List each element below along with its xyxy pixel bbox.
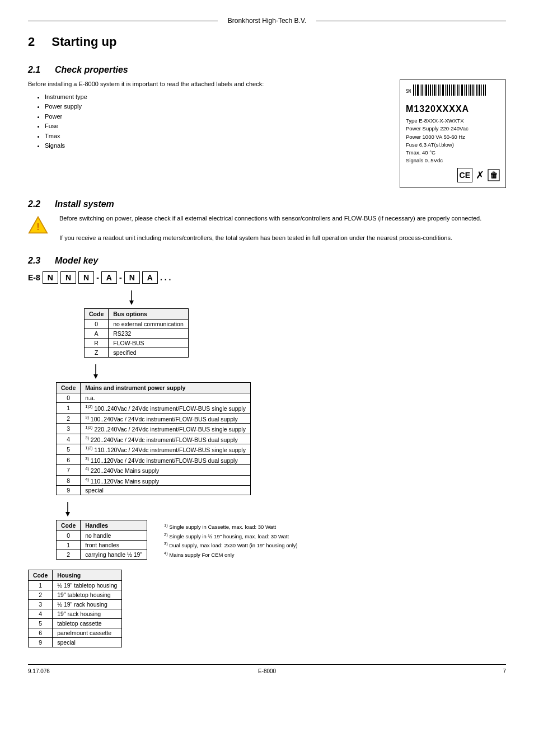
barcode-svg — [413, 84, 486, 97]
label-line2: Power Supply 220-240Vac — [406, 125, 500, 133]
power-code-7: 7 — [57, 465, 81, 476]
install-para2: If you receive a readout unit including … — [59, 233, 506, 243]
section21-title: Check properties — [55, 65, 128, 75]
power-code-8: 8 — [57, 475, 81, 486]
power-opt-4: 3) 220..240Vac / 24Vdc instrument/FLOW-B… — [81, 434, 251, 444]
svg-rect-9 — [432, 84, 433, 96]
housing-opt-1: ½ 19" tabletop housing — [53, 581, 122, 590]
sn-prefix: SN — [406, 88, 411, 96]
mk-box-n3: N — [78, 271, 94, 284]
install-section: ! Before switching on power, please chec… — [28, 214, 506, 246]
mk-box-a2: A — [142, 271, 158, 284]
housing-code-1: 1 — [29, 581, 53, 590]
label-line1: Type E-8XXX-X-XWXTX — [406, 117, 500, 125]
label-line3: Power 1000 VA 50-60 Hz — [406, 133, 500, 141]
header-line-right — [316, 21, 506, 21]
power-row-9: 9 special — [57, 486, 251, 495]
power-opt-5: 1)2) 110..120Vac / 24Vdc instrument/FLOW… — [81, 444, 251, 455]
section2-title: Starting up — [51, 35, 116, 49]
power-code-3: 3 — [57, 424, 81, 434]
bus-opt-z: specified — [109, 348, 188, 358]
power-supply-header: Mains and instrument power supply — [81, 383, 251, 393]
power-row-1: 1 1)2) 100..240Vac / 24Vdc instrument/FL… — [57, 403, 251, 414]
weee-mark: ✗ — [476, 167, 484, 184]
handles-opt-1: front handles — [81, 541, 147, 550]
footer: 9.17.076 E-8000 7 — [28, 664, 506, 674]
housing-table: Code Housing 1 ½ 19" tabletop housing 2 … — [28, 570, 122, 647]
model-e8-prefix: E-8 — [28, 273, 40, 282]
section22-header: 2.2 Install system — [28, 199, 506, 209]
power-opt-1: 1)2) 100..240Vac / 24Vdc instrument/FLOW… — [81, 403, 251, 414]
power-opt-0: n.a. — [81, 393, 251, 403]
mk-box-n1: N — [43, 271, 58, 284]
svg-rect-23 — [461, 84, 463, 96]
housing-row-6: 6 panelmount cassette — [29, 628, 122, 638]
header-line-left — [28, 21, 218, 21]
section21-number: 2.1 — [28, 65, 46, 75]
product-label: SN — [400, 79, 506, 188]
power-opt-8: 4) 110..120Vac Mains supply — [81, 475, 251, 486]
svg-marker-44 — [65, 512, 70, 516]
bus-row-a: A RS232 — [85, 329, 189, 339]
power-opt-2: 3) 100..240Vac / 24Vdc instrument/FLOW-B… — [81, 413, 251, 424]
housing-row-3: 3 ½ 19" rack housing — [29, 600, 122, 609]
label-line4: Fuse 6,3 AT(sl.blow) — [406, 141, 500, 149]
barcode-area: SN — [406, 84, 500, 100]
housing-table-wrap: Code Housing 1 ½ 19" tabletop housing 2 … — [28, 570, 506, 647]
label-model: M1320XXXXA — [406, 102, 500, 116]
mk-dash2: - — [119, 273, 122, 282]
handles-row-2: 2 carrying handle ½ 19" — [57, 550, 147, 560]
svg-rect-12 — [438, 84, 439, 96]
bus-opt-a: RS232 — [109, 329, 188, 339]
section22-number: 2.2 — [28, 199, 46, 209]
svg-rect-5 — [424, 84, 424, 96]
svg-rect-28 — [472, 84, 474, 96]
bullet-power-supply: Power supply — [45, 102, 383, 112]
housing-opt-3: ½ 19" rack housing — [53, 600, 122, 609]
arrow-down-icon2 — [92, 364, 100, 380]
power-row-2: 2 3) 100..240Vac / 24Vdc instrument/FLOW… — [57, 413, 251, 424]
svg-rect-21 — [457, 84, 458, 96]
bus-code-z: Z — [85, 348, 109, 358]
housing-row-4: 4 19" rack housing — [29, 609, 122, 619]
handles-code-1: 1 — [57, 541, 81, 550]
power-row-0: 0 n.a. — [57, 393, 251, 403]
handles-opt-0: no handle — [81, 531, 147, 541]
handles-table: Code Handles 0 no handle 1 front h — [56, 520, 147, 560]
bus-row-r: R FLOW-BUS — [85, 339, 189, 348]
bus-row-0: 0 no external communication — [85, 320, 189, 329]
housing-row-9: 9 special — [29, 638, 122, 647]
svg-rect-33 — [483, 84, 484, 96]
handles-row-1: 1 front handles — [57, 541, 147, 550]
power-row-6: 6 3) 110..120Vac / 24Vdc instrument/FLOW… — [57, 454, 251, 465]
mk-dots: . . . — [160, 273, 171, 282]
footnotes: 1) Single supply in Cassette, max. load:… — [164, 520, 506, 558]
page: Bronkhorst High-Tech B.V. 2 Starting up … — [0, 0, 534, 756]
check-props-list: Instrument type Power supply Power Fuse … — [45, 92, 383, 152]
section2-number: 2 — [28, 35, 35, 49]
bullet-instrument-type: Instrument type — [45, 92, 383, 102]
housing-code-3: 3 — [29, 600, 53, 609]
footer-doc-number: 9.17.076 — [28, 668, 188, 674]
handles-code-header: Code — [57, 520, 81, 531]
housing-opt-4: 19" rack housing — [53, 609, 122, 619]
svg-rect-11 — [437, 84, 437, 96]
footer-page-number: 7 — [346, 668, 506, 674]
weee-icon: 🗑 — [488, 169, 500, 181]
label-line6: Signals 0..5Vdc — [406, 157, 500, 165]
svg-rect-17 — [449, 84, 450, 96]
arrow-down-icon3 — [64, 502, 72, 518]
housing-code-header: Code — [29, 570, 53, 581]
bus-table-code-header: Code — [85, 309, 109, 320]
power-row-4: 4 3) 220..240Vac / 24Vdc instrument/FLOW… — [57, 434, 251, 444]
install-para1: Before switching on power, please check … — [59, 214, 506, 223]
note-4: 4) Mains supply For CEM only — [164, 550, 506, 559]
bus-table-area: Code Bus options 0 no external communica… — [84, 308, 506, 358]
handles-notes-area: Code Handles 0 no handle 1 front h — [56, 502, 506, 564]
housing-row-2: 2 19" tabletop housing — [29, 590, 122, 600]
power-row-5: 5 1)2) 110..120Vac / 24Vdc instrument/FL… — [57, 444, 251, 455]
svg-rect-1 — [415, 84, 416, 96]
bullet-signals: Signals — [45, 141, 383, 151]
bus-code-a: A — [85, 329, 109, 339]
ce-marks-row: CE ✗ 🗑 — [406, 167, 500, 184]
